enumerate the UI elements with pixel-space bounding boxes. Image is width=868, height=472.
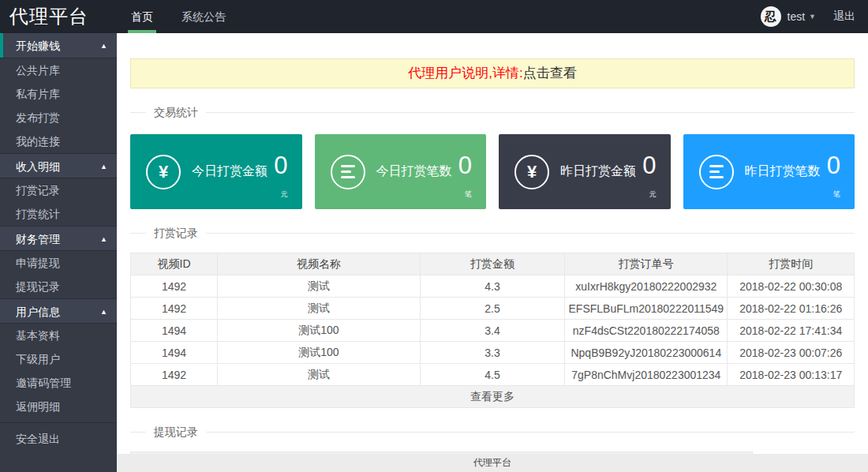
table-cell: xuIxrH8kgy20180222002932: [565, 275, 728, 298]
chevron-down-icon[interactable]: ▼: [809, 13, 816, 21]
sidebar-item[interactable]: 返佣明细: [0, 395, 117, 418]
app-logo: 代理平台: [9, 0, 88, 33]
stat-card-unit: 元: [281, 189, 288, 200]
user-avatar[interactable]: 忍: [761, 6, 781, 27]
sidebar-item[interactable]: 打赏统计: [0, 202, 117, 226]
sidebar-item-label: 我的连接: [16, 135, 60, 148]
sidebar-item[interactable]: 提现记录: [0, 275, 117, 298]
sidebar-item[interactable]: 私有片库: [0, 82, 117, 106]
sidebar-item-label: 基本资料: [16, 329, 60, 342]
sidebar-item-label: 收入明细: [16, 160, 60, 173]
sidebar-item[interactable]: 安全退出: [0, 422, 117, 454]
stat-card: ¥昨日打赏笔数0笔: [683, 134, 855, 209]
stat-card-label: 昨日打赏金额: [560, 163, 636, 180]
sidebar-item-label: 财务管理: [16, 233, 60, 245]
sidebar-item-label: 申请提现: [16, 257, 60, 269]
table-row: 1492测试4.57gP8nChMvj201802230012342018-02…: [131, 364, 855, 386]
stat-card: ¥今日打赏笔数0笔: [315, 134, 487, 209]
sidebar-group-header[interactable]: 收入明细▲: [0, 153, 117, 178]
chevron-up-icon: ▲: [100, 33, 107, 58]
logout-button[interactable]: 退出: [833, 9, 855, 24]
reward-col-header: 打赏金额: [420, 253, 564, 275]
sidebar-item[interactable]: 申请提现: [0, 251, 117, 275]
sidebar-group-header[interactable]: 用户信息▲: [0, 298, 117, 324]
sidebar-item-label: 发布打赏: [16, 111, 60, 124]
table-cell: 4.3: [420, 275, 564, 298]
table-cell: 3.3: [420, 342, 564, 364]
table-cell: EFSFLBuFLm20180222011549: [565, 298, 728, 320]
sidebar-item-label: 安全退出: [16, 433, 60, 445]
notice-detail-link[interactable]: 点击查看: [523, 66, 577, 81]
sidebar-item-label: 用户信息: [16, 305, 60, 318]
list-icon: ¥: [699, 155, 734, 189]
sidebar-item-label: 开始赚钱: [16, 39, 60, 52]
chevron-up-icon: ▲: [100, 299, 107, 324]
nav-item-系统公告[interactable]: 系统公告: [167, 0, 240, 33]
sidebar-item[interactable]: 基本资料: [0, 324, 117, 347]
sidebar-group-header[interactable]: 财务管理▲: [0, 226, 117, 251]
chevron-up-icon: ▲: [100, 227, 107, 252]
nav-item-首页[interactable]: 首页: [117, 0, 167, 33]
stat-card-label: 今日打赏金额: [192, 163, 268, 180]
stat-card-value: 0: [458, 152, 472, 180]
table-cell: 2018-02-22 00:30:08: [728, 275, 855, 298]
stat-cards: ¥今日打赏金额0元¥今日打赏笔数0笔¥昨日打赏金额0元¥昨日打赏笔数0笔: [130, 134, 855, 209]
table-row: 1494测试1003.3NpqB9B92yJ201802230006142018…: [131, 342, 855, 364]
username-label[interactable]: test: [788, 10, 806, 23]
table-cell: 测试: [218, 298, 421, 320]
table-cell: 1492: [131, 275, 218, 298]
section-rewards-title: 打赏记录: [146, 227, 206, 241]
sidebar-item-label: 打赏记录: [16, 184, 60, 197]
table-cell: 测试100: [218, 320, 421, 342]
table-cell: 2018-02-22 01:16:26: [728, 298, 855, 320]
yen-icon: ¥: [514, 155, 549, 189]
stat-card: ¥昨日打赏金额0元: [499, 134, 671, 209]
top-header: 代理平台 首页系统公告 忍 test ▼ 退出: [0, 0, 868, 33]
yen-icon: ¥: [146, 155, 181, 189]
stat-card-unit: 元: [649, 189, 657, 200]
section-stats-title: 交易统计: [146, 106, 206, 120]
notice-text: 代理用户说明,详情:: [408, 66, 522, 81]
table-row: 1494测试1003.4nzF4dsCSt2201802221740582018…: [131, 320, 855, 342]
stat-card: ¥今日打赏金额0元: [130, 134, 302, 209]
view-more-button[interactable]: 查看更多: [130, 386, 855, 408]
stat-card-value: 0: [827, 152, 840, 180]
table-row: 1492测试4.3xuIxrH8kgy201802220029322018-02…: [131, 275, 855, 298]
section-withdrawals: 提现记录: [130, 432, 855, 433]
stat-card-value: 0: [642, 152, 656, 180]
sidebar-item[interactable]: 发布打赏: [0, 106, 117, 129]
main-content: 代理用户说明,详情:点击查看 交易统计 ¥今日打赏金额0元¥今日打赏笔数0笔¥昨…: [117, 33, 868, 454]
sidebar-item-label: 公共片库: [16, 64, 60, 77]
sidebar-item-label: 下级用户: [16, 353, 60, 365]
table-cell: 1492: [131, 364, 218, 386]
sidebar-item[interactable]: 邀请码管理: [0, 371, 117, 395]
reward-col-header: 打赏时间: [728, 253, 855, 275]
sidebar-item[interactable]: 公共片库: [0, 58, 117, 82]
page-footer: 代理平台: [117, 454, 868, 472]
reward-table-body: 1492测试4.3xuIxrH8kgy201802220029322018-02…: [131, 275, 855, 386]
sidebar-item-label: 邀请码管理: [16, 376, 71, 389]
table-cell: 2018-02-23 00:07:26: [728, 342, 855, 364]
user-box: 忍 test ▼ 退出: [761, 0, 861, 33]
table-cell: 2018-02-23 00:13:17: [728, 364, 855, 386]
reward-col-header: 视频名称: [218, 253, 421, 275]
list-icon: ¥: [331, 155, 365, 189]
table-cell: 2.5: [420, 298, 564, 320]
reward-table-head: 视频ID视频名称打赏金额打赏订单号打赏时间: [131, 253, 855, 275]
table-cell: 测试: [218, 275, 421, 298]
chevron-up-icon: ▲: [100, 154, 107, 179]
table-cell: 4.5: [420, 364, 564, 386]
table-cell: 1492: [131, 298, 218, 320]
stat-card-label: 今日打赏笔数: [376, 163, 452, 180]
sidebar-group-header[interactable]: 开始赚钱▲: [0, 33, 117, 58]
section-rewards: 打赏记录: [130, 233, 855, 234]
sidebar-item[interactable]: 打赏记录: [0, 178, 117, 202]
table-cell: nzF4dsCSt220180222174058: [565, 320, 728, 342]
top-nav: 首页系统公告: [117, 0, 240, 33]
table-row: 1492测试2.5EFSFLBuFLm201802220115492018-02…: [131, 298, 855, 320]
sidebar-item[interactable]: 下级用户: [0, 347, 117, 371]
sidebar-item-label: 打赏统计: [16, 208, 60, 220]
table-cell: 1494: [131, 320, 218, 342]
sidebar-item[interactable]: 我的连接: [0, 129, 117, 153]
section-stats: 交易统计: [130, 112, 855, 113]
